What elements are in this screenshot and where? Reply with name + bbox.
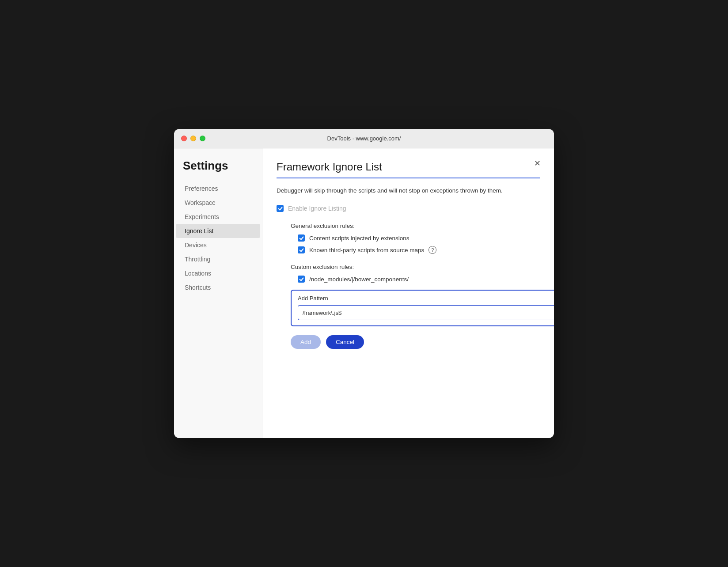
add-pattern-label: Add Pattern bbox=[298, 295, 554, 302]
rule-row-content-scripts: Content scripts injected by extensions bbox=[291, 234, 540, 242]
general-rules-section: General exclusion rules: Content scripts… bbox=[277, 223, 540, 254]
enable-ignore-listing-row: Enable Ignore Listing bbox=[277, 205, 540, 212]
pattern-input[interactable] bbox=[298, 305, 554, 320]
window-body: Settings Preferences Workspace Experimen… bbox=[174, 148, 554, 438]
node-modules-checkbox[interactable] bbox=[298, 276, 305, 283]
checkmark-icon bbox=[278, 206, 283, 211]
sidebar-title: Settings bbox=[174, 159, 262, 181]
sidebar-item-ignore-list[interactable]: Ignore List bbox=[176, 224, 260, 238]
content-scripts-label: Content scripts injected by extensions bbox=[309, 235, 410, 242]
fullscreen-traffic-light[interactable] bbox=[200, 136, 205, 141]
sidebar-item-experiments[interactable]: Experiments bbox=[176, 210, 260, 224]
main-content: ✕ Framework Ignore List Debugger will sk… bbox=[262, 148, 554, 438]
traffic-lights bbox=[181, 136, 205, 141]
titlebar: DevTools - www.google.com/ bbox=[174, 129, 554, 148]
enable-ignore-listing-label: Enable Ignore Listing bbox=[288, 205, 346, 212]
custom-rules-label: Custom exclusion rules: bbox=[291, 264, 540, 270]
sidebar-item-preferences[interactable]: Preferences bbox=[176, 181, 260, 196]
rule-row-third-party: Known third-party scripts from source ma… bbox=[291, 246, 540, 254]
content-scripts-checkbox[interactable] bbox=[298, 234, 305, 242]
custom-rules-section: Custom exclusion rules: /node_modules/|/… bbox=[277, 264, 540, 349]
third-party-checkbox[interactable] bbox=[298, 246, 305, 253]
minimize-traffic-light[interactable] bbox=[190, 136, 196, 141]
help-icon[interactable]: ? bbox=[428, 246, 436, 254]
sidebar-item-devices[interactable]: Devices bbox=[176, 238, 260, 252]
close-traffic-light[interactable] bbox=[181, 136, 187, 141]
checkmark-icon bbox=[299, 248, 304, 253]
checkmark-icon bbox=[299, 236, 304, 241]
title-divider bbox=[277, 178, 540, 178]
description: Debugger will skip through the scripts a… bbox=[277, 186, 540, 195]
enable-ignore-listing-checkbox[interactable] bbox=[277, 205, 284, 212]
node-modules-label: /node_modules/|/bower_components/ bbox=[309, 276, 409, 283]
custom-rule-row-node-modules: /node_modules/|/bower_components/ bbox=[291, 276, 540, 283]
cancel-button[interactable]: Cancel bbox=[326, 335, 364, 349]
sidebar: Settings Preferences Workspace Experimen… bbox=[174, 148, 262, 438]
page-title: Framework Ignore List bbox=[277, 161, 540, 173]
close-button[interactable]: ✕ bbox=[531, 157, 543, 170]
third-party-label: Known third-party scripts from source ma… bbox=[309, 247, 424, 253]
general-rules-label: General exclusion rules: bbox=[291, 223, 540, 229]
sidebar-item-locations[interactable]: Locations bbox=[176, 266, 260, 280]
window-title: DevTools - www.google.com/ bbox=[327, 135, 401, 142]
sidebar-item-throttling[interactable]: Throttling bbox=[176, 252, 260, 266]
sidebar-item-workspace[interactable]: Workspace bbox=[176, 196, 260, 210]
actions-row: Add Cancel bbox=[291, 335, 540, 349]
add-button[interactable]: Add bbox=[291, 335, 321, 349]
checkmark-icon bbox=[299, 277, 304, 282]
add-pattern-box: Add Pattern bbox=[291, 290, 554, 326]
sidebar-item-shortcuts[interactable]: Shortcuts bbox=[176, 280, 260, 295]
devtools-window: DevTools - www.google.com/ Settings Pref… bbox=[174, 129, 554, 438]
